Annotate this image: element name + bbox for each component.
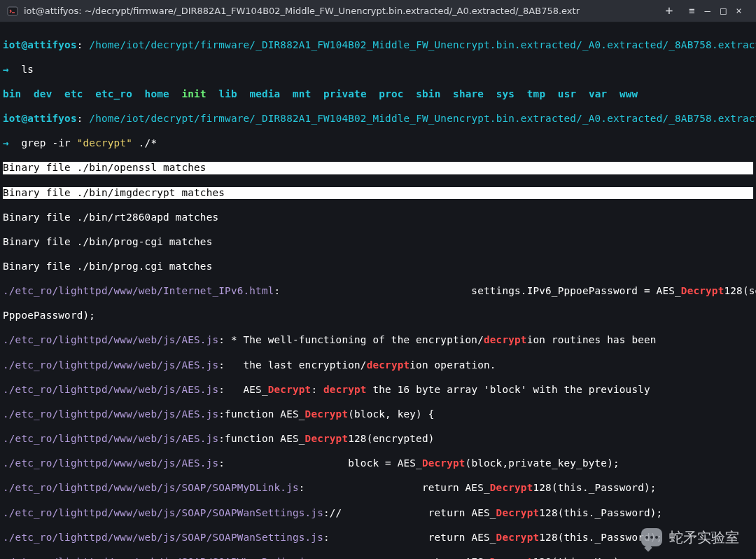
chat-bubble-icon — [641, 528, 662, 546]
cmd-ls: → ls — [3, 64, 753, 76]
ls-output: bin dev etc etc_ro home init lib media m… — [3, 88, 753, 101]
grep-match: ./etc_ro/lighttpd/www/web/js/SOAP/SOAPWa… — [3, 507, 753, 520]
grep-match-cont: PppoePassword); — [3, 310, 753, 322]
close-button[interactable]: × — [736, 5, 741, 17]
grep-binary-match: Binary file ./bin/imgdecrypt matches — [3, 187, 753, 200]
grep-binary-match: Binary file ./bin/prog-cgi matches — [3, 236, 753, 249]
grep-binary-match: Binary file ./bin/openssl matches — [3, 162, 753, 174]
grep-match: ./etc_ro/lighttpd/www/web/js/AES.js: * T… — [3, 334, 753, 347]
terminal-icon — [7, 6, 18, 17]
window-controls: ≡ — □ × — [680, 5, 750, 17]
window-titlebar: iot@attifyos: ~/decrypt/firmware/_DIR882… — [0, 0, 756, 22]
grep-match: ./etc_ro/lighttpd/www/web/js/AES.js: AES… — [3, 384, 753, 396]
new-tab-button[interactable]: + — [658, 3, 680, 18]
terminal-output[interactable]: iot@attifyos: /home/iot/decrypt/firmware… — [0, 22, 756, 559]
menu-icon[interactable]: ≡ — [689, 5, 694, 17]
terminal-tab[interactable]: iot@attifyos: ~/decrypt/firmware/_DIR882… — [0, 0, 658, 22]
grep-match: ./etc_ro/lighttpd/www/web/js/AES.js:func… — [3, 433, 753, 446]
grep-match: ./etc_ro/lighttpd/www/web/js/AES.js: blo… — [3, 457, 753, 470]
svg-rect-0 — [8, 7, 18, 15]
watermark: 蛇矛实验室 — [641, 528, 739, 546]
grep-match: ./etc_ro/lighttpd/www/web/js/AES.js: the… — [3, 359, 753, 372]
minimize-button[interactable]: — — [704, 5, 710, 17]
grep-match: ./etc_ro/lighttpd/www/web/Internet_IPv6.… — [3, 285, 753, 298]
prompt-line: iot@attifyos: /home/iot/decrypt/firmware… — [3, 113, 753, 125]
watermark-text: 蛇矛实验室 — [669, 529, 739, 546]
grep-match: ./etc_ro/lighttpd/www/web/js/AES.js:func… — [3, 408, 753, 421]
prompt-line: iot@attifyos: /home/iot/decrypt/firmware… — [3, 39, 753, 52]
cmd-grep: → grep -ir "decrypt" ./* — [3, 137, 753, 150]
grep-binary-match: Binary file ./bin/prog.cgi matches — [3, 261, 753, 273]
grep-match: ./etc_ro/lighttpd/www/web/js/SOAP/SOAPWL… — [3, 556, 753, 559]
tab-title: iot@attifyos: ~/decrypt/firmware/_DIR882… — [24, 6, 580, 17]
grep-match: ./etc_ro/lighttpd/www/web/js/SOAP/SOAPMy… — [3, 482, 753, 495]
maximize-button[interactable]: □ — [720, 5, 726, 17]
grep-binary-match: Binary file ./bin/rt2860apd matches — [3, 212, 753, 224]
